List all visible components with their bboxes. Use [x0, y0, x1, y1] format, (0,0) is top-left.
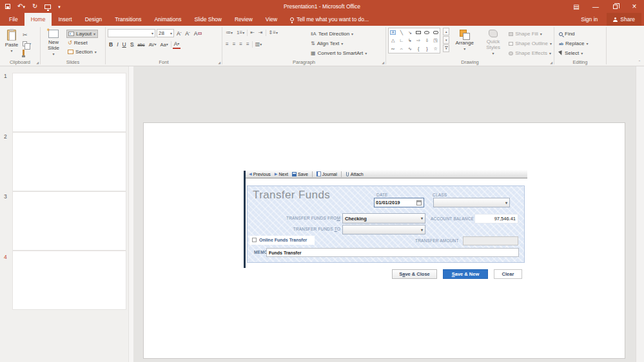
shape-arrow-line-icon[interactable]: ↘	[408, 30, 412, 35]
paste-button[interactable]: Paste ▾	[2, 28, 21, 57]
shape-text-box-icon[interactable]: A	[390, 30, 396, 35]
restore-button[interactable]	[605, 0, 625, 13]
gallery-more-button[interactable]: ▾	[443, 44, 449, 52]
reset-button[interactable]: ↺ Reset	[66, 39, 98, 47]
shapes-gallery[interactable]: A ╲ ↘ △ ∟ ↳ ⇨ ⇩ ◳ ∾ ⌢ ∿ { }	[388, 28, 440, 53]
tab-animations[interactable]: Animations	[148, 13, 188, 26]
numbering-button[interactable]: 1≡▾	[235, 28, 246, 37]
close-button[interactable]: ×	[625, 0, 644, 13]
tell-me-box[interactable]: Tell me what you want to do...	[290, 13, 369, 26]
quick-styles-button[interactable]: Quick Styles ▾	[480, 28, 507, 57]
select-button[interactable]: Select▾	[559, 49, 604, 57]
online-transfer-checkbox[interactable]	[252, 238, 257, 242]
cut-button[interactable]: ✂	[21, 30, 32, 39]
dialog-launcher-icon[interactable]: ◢	[36, 61, 39, 64]
align-center-button[interactable]: ≡	[231, 40, 237, 48]
ribbon-display-options-button[interactable]: ▤	[567, 0, 586, 13]
journal-button[interactable]: Journal	[317, 171, 337, 176]
shape-oval-icon[interactable]	[424, 31, 429, 34]
increase-indent-button[interactable]: ⇥	[257, 28, 264, 37]
bold-button[interactable]: B	[108, 41, 114, 49]
shape-right-arrow-icon[interactable]: ⇨	[416, 38, 420, 43]
strikethrough-button[interactable]: abc	[136, 41, 146, 49]
shape-scribble-icon[interactable]: ∾	[391, 46, 395, 51]
tab-insert[interactable]: Insert	[52, 13, 78, 26]
shape-rectangle-icon[interactable]	[416, 31, 421, 34]
tab-view[interactable]: View	[259, 13, 284, 26]
minimize-button[interactable]: —	[586, 0, 605, 13]
share-button[interactable]: Share	[607, 13, 641, 26]
save-button[interactable]: Save	[292, 172, 308, 176]
tab-design[interactable]: Design	[79, 13, 108, 26]
arrange-button[interactable]: Arrange ▾	[451, 28, 478, 57]
transfer-from-dropdown[interactable]: Checking ▾	[342, 213, 425, 224]
transfer-amount-input[interactable]	[463, 236, 518, 245]
slide-thumbnail-4[interactable]	[12, 251, 126, 310]
class-dropdown[interactable]: ▾	[433, 198, 510, 207]
transfer-to-dropdown[interactable]: ▾	[342, 225, 425, 234]
slide-thumbnail-1[interactable]	[12, 73, 126, 132]
tab-slideshow[interactable]: Slide Show	[188, 13, 228, 26]
shape-effects-button[interactable]: Shape Effects▾	[509, 49, 552, 57]
vertical-scrollbar[interactable]	[636, 66, 644, 362]
font-color-button[interactable]: A▾	[173, 41, 181, 49]
date-input[interactable]: 01/01/2019	[374, 198, 424, 207]
shape-outline-button[interactable]: Shape Outline▾	[509, 39, 552, 48]
align-right-button[interactable]: ≡	[238, 40, 244, 48]
italic-button[interactable]: I	[115, 41, 119, 49]
new-slide-button[interactable]: New Slide ▾	[43, 28, 64, 56]
dialog-launcher-icon[interactable]: ◢	[550, 61, 552, 64]
change-case-button[interactable]: Aa▾	[159, 41, 169, 49]
collapse-ribbon-icon[interactable]: ˆ	[639, 60, 640, 64]
slide-thumbnail-2[interactable]	[12, 132, 126, 191]
dialog-launcher-icon[interactable]: ◢	[218, 61, 220, 64]
justify-button[interactable]: ≡	[245, 40, 251, 48]
text-shadow-button[interactable]: S	[129, 41, 135, 49]
font-size-combo[interactable]: 28▾	[157, 29, 174, 37]
save-and-close-button[interactable]: Save & Close	[392, 269, 437, 279]
character-spacing-button[interactable]: AV▾	[148, 41, 158, 49]
columns-button[interactable]: ▥▾	[254, 40, 264, 48]
previous-button[interactable]: ◀ Previous	[249, 172, 271, 176]
shape-triangle-icon[interactable]: △	[391, 38, 395, 43]
gallery-scroll-up-button[interactable]: ▴	[443, 28, 449, 35]
font-name-combo[interactable]: ▾	[108, 29, 155, 37]
format-painter-button[interactable]	[21, 48, 32, 57]
copy-button[interactable]: ▾	[21, 39, 32, 48]
save-and-new-button[interactable]: Save & New	[443, 269, 488, 279]
bullets-button[interactable]: ≔▾	[224, 28, 234, 37]
decrease-indent-button[interactable]: ⇤	[249, 28, 256, 37]
tab-file[interactable]: File	[3, 13, 24, 26]
attach-button[interactable]: Attach	[346, 171, 364, 177]
shape-fill-button[interactable]: Shape Fill▾	[509, 30, 552, 38]
shape-elbow-arrow-icon[interactable]: ↳	[408, 38, 412, 43]
clear-button[interactable]: Clear	[494, 269, 522, 279]
tab-transitions[interactable]: Transitions	[108, 13, 148, 26]
clear-formatting-button[interactable]: A	[193, 29, 204, 37]
tab-home[interactable]: Home	[24, 13, 52, 26]
shape-elbow-connector-icon[interactable]: ∟	[399, 38, 404, 43]
section-button[interactable]: Section▾	[66, 48, 98, 56]
line-spacing-button[interactable]: ⇕≡▾	[268, 28, 279, 37]
calendar-icon[interactable]	[416, 200, 422, 205]
shape-down-arrow-icon[interactable]: ⇩	[425, 38, 429, 43]
next-button[interactable]: ▶ Next	[275, 172, 288, 176]
underline-button[interactable]: U	[121, 41, 128, 49]
align-text-button[interactable]: ⇅ Align Text▾	[311, 39, 367, 48]
replace-button[interactable]: ab Replace▾	[559, 39, 604, 48]
slide-thumbnail-3[interactable]	[12, 191, 126, 251]
shape-rounded-rectangle-icon[interactable]	[433, 31, 438, 34]
align-left-button[interactable]: ≡	[224, 40, 230, 48]
memo-input[interactable]: Funds Transfer	[266, 248, 519, 257]
shape-line-icon[interactable]: ╲	[400, 30, 403, 35]
shape-right-brace-icon[interactable]: }	[426, 46, 427, 51]
shape-left-brace-icon[interactable]: {	[418, 46, 419, 51]
shape-corner-icon[interactable]: ◳	[433, 38, 438, 43]
sign-in-link[interactable]: Sign in	[576, 16, 603, 23]
layout-button[interactable]: Layout▾	[66, 30, 98, 38]
grow-font-button[interactable]: Aˆ	[175, 29, 182, 37]
shape-star-icon[interactable]: ☆	[433, 46, 437, 51]
shape-arc-icon[interactable]: ⌢	[400, 46, 404, 51]
shape-curve-icon[interactable]: ∿	[408, 46, 412, 51]
tab-review[interactable]: Review	[228, 13, 259, 26]
